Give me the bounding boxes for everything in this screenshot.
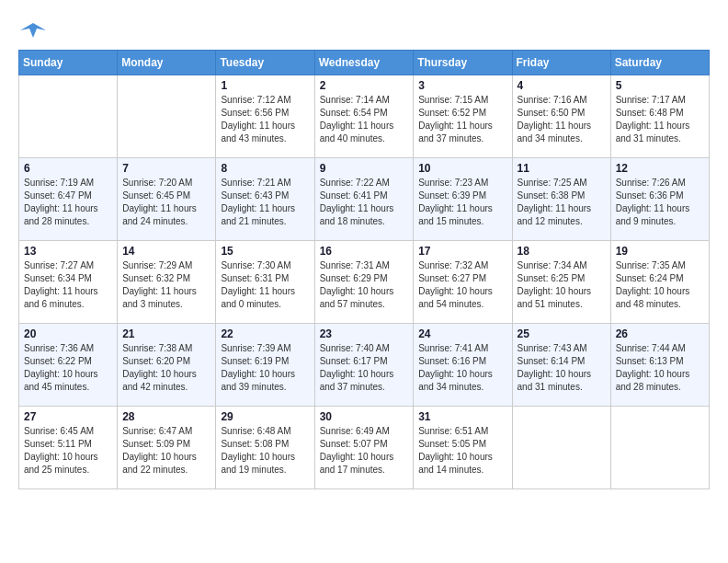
calendar-cell: 6Sunrise: 7:19 AM Sunset: 6:47 PM Daylig… xyxy=(19,158,118,241)
day-info: Sunrise: 7:21 AM Sunset: 6:43 PM Dayligh… xyxy=(221,177,309,228)
day-of-week-header: Sunday xyxy=(19,51,118,75)
calendar-cell: 24Sunrise: 7:41 AM Sunset: 6:16 PM Dayli… xyxy=(414,324,512,407)
day-number: 24 xyxy=(418,327,506,340)
calendar-cell: 27Sunrise: 6:45 AM Sunset: 5:11 PM Dayli… xyxy=(19,407,118,489)
day-number: 26 xyxy=(616,327,704,340)
day-info: Sunrise: 7:15 AM Sunset: 6:52 PM Dayligh… xyxy=(418,94,506,145)
calendar-week-row: 27Sunrise: 6:45 AM Sunset: 5:11 PM Dayli… xyxy=(19,407,710,489)
calendar-cell: 18Sunrise: 7:34 AM Sunset: 6:25 PM Dayli… xyxy=(512,241,610,324)
day-info: Sunrise: 7:14 AM Sunset: 6:54 PM Dayligh… xyxy=(320,94,409,145)
day-number: 19 xyxy=(616,245,704,258)
calendar-cell: 30Sunrise: 6:49 AM Sunset: 5:07 PM Dayli… xyxy=(314,407,414,489)
calendar-cell: 28Sunrise: 6:47 AM Sunset: 5:09 PM Dayli… xyxy=(118,407,216,489)
day-info: Sunrise: 7:35 AM Sunset: 6:24 PM Dayligh… xyxy=(616,259,704,311)
calendar-cell xyxy=(512,407,610,489)
calendar-cell: 15Sunrise: 7:30 AM Sunset: 6:31 PM Dayli… xyxy=(216,241,314,324)
day-info: Sunrise: 7:39 AM Sunset: 6:19 PM Dayligh… xyxy=(221,342,309,394)
calendar-cell: 7Sunrise: 7:20 AM Sunset: 6:45 PM Daylig… xyxy=(118,158,216,241)
day-of-week-header: Monday xyxy=(118,51,216,75)
calendar-cell: 2Sunrise: 7:14 AM Sunset: 6:54 PM Daylig… xyxy=(314,75,414,158)
day-number: 12 xyxy=(616,162,704,175)
calendar-cell: 22Sunrise: 7:39 AM Sunset: 6:19 PM Dayli… xyxy=(216,324,314,407)
day-number: 1 xyxy=(221,79,309,92)
calendar-cell: 14Sunrise: 7:29 AM Sunset: 6:32 PM Dayli… xyxy=(118,241,216,324)
day-number: 25 xyxy=(518,327,606,340)
calendar-cell: 8Sunrise: 7:21 AM Sunset: 6:43 PM Daylig… xyxy=(216,158,314,241)
day-number: 30 xyxy=(320,410,409,423)
day-info: Sunrise: 7:43 AM Sunset: 6:14 PM Dayligh… xyxy=(518,342,606,394)
day-of-week-header: Tuesday xyxy=(216,51,314,75)
day-number: 27 xyxy=(24,410,112,423)
day-number: 11 xyxy=(518,162,606,175)
day-number: 10 xyxy=(418,162,506,175)
day-number: 29 xyxy=(221,410,309,423)
calendar-table: SundayMondayTuesdayWednesdayThursdayFrid… xyxy=(18,50,710,489)
day-info: Sunrise: 7:31 AM Sunset: 6:29 PM Dayligh… xyxy=(320,259,409,311)
day-number: 28 xyxy=(122,410,210,423)
day-of-week-header: Friday xyxy=(512,51,610,75)
day-number: 20 xyxy=(24,327,112,340)
calendar-cell: 19Sunrise: 7:35 AM Sunset: 6:24 PM Dayli… xyxy=(610,241,709,324)
day-number: 17 xyxy=(418,245,506,258)
calendar-cell: 5Sunrise: 7:17 AM Sunset: 6:48 PM Daylig… xyxy=(610,75,709,158)
calendar-week-row: 20Sunrise: 7:36 AM Sunset: 6:22 PM Dayli… xyxy=(19,324,710,407)
day-info: Sunrise: 6:45 AM Sunset: 5:11 PM Dayligh… xyxy=(24,425,112,477)
calendar-cell: 25Sunrise: 7:43 AM Sunset: 6:14 PM Dayli… xyxy=(512,324,610,407)
day-number: 15 xyxy=(221,245,309,258)
day-number: 5 xyxy=(616,79,704,92)
day-number: 4 xyxy=(518,79,606,92)
calendar-cell: 11Sunrise: 7:25 AM Sunset: 6:38 PM Dayli… xyxy=(512,158,610,241)
day-info: Sunrise: 7:12 AM Sunset: 6:56 PM Dayligh… xyxy=(221,94,309,145)
calendar-cell: 26Sunrise: 7:44 AM Sunset: 6:13 PM Dayli… xyxy=(610,324,709,407)
day-info: Sunrise: 7:23 AM Sunset: 6:39 PM Dayligh… xyxy=(418,177,506,228)
calendar-cell xyxy=(19,75,118,158)
day-info: Sunrise: 7:30 AM Sunset: 6:31 PM Dayligh… xyxy=(221,259,309,311)
calendar-cell: 29Sunrise: 6:48 AM Sunset: 5:08 PM Dayli… xyxy=(216,407,314,489)
calendar-cell: 1Sunrise: 7:12 AM Sunset: 6:56 PM Daylig… xyxy=(216,75,314,158)
day-info: Sunrise: 7:36 AM Sunset: 6:22 PM Dayligh… xyxy=(24,342,112,394)
day-info: Sunrise: 7:34 AM Sunset: 6:25 PM Dayligh… xyxy=(518,259,606,311)
calendar-cell: 16Sunrise: 7:31 AM Sunset: 6:29 PM Dayli… xyxy=(314,241,414,324)
logo xyxy=(18,18,46,40)
calendar-week-row: 13Sunrise: 7:27 AM Sunset: 6:34 PM Dayli… xyxy=(19,241,710,324)
day-number: 3 xyxy=(418,79,506,92)
calendar-cell: 9Sunrise: 7:22 AM Sunset: 6:41 PM Daylig… xyxy=(314,158,414,241)
calendar-cell: 20Sunrise: 7:36 AM Sunset: 6:22 PM Dayli… xyxy=(19,324,118,407)
day-number: 13 xyxy=(24,245,112,258)
day-info: Sunrise: 7:44 AM Sunset: 6:13 PM Dayligh… xyxy=(616,342,704,394)
calendar-cell: 13Sunrise: 7:27 AM Sunset: 6:34 PM Dayli… xyxy=(19,241,118,324)
day-of-week-header: Wednesday xyxy=(314,51,414,75)
day-info: Sunrise: 6:51 AM Sunset: 5:05 PM Dayligh… xyxy=(418,425,506,477)
calendar-cell: 17Sunrise: 7:32 AM Sunset: 6:27 PM Dayli… xyxy=(414,241,512,324)
day-number: 6 xyxy=(24,162,112,175)
calendar-cell: 3Sunrise: 7:15 AM Sunset: 6:52 PM Daylig… xyxy=(414,75,512,158)
day-number: 18 xyxy=(518,245,606,258)
day-number: 22 xyxy=(221,327,309,340)
day-number: 9 xyxy=(320,162,409,175)
day-info: Sunrise: 7:16 AM Sunset: 6:50 PM Dayligh… xyxy=(518,94,606,145)
day-number: 31 xyxy=(418,410,506,423)
day-of-week-header: Saturday xyxy=(610,51,709,75)
day-info: Sunrise: 6:48 AM Sunset: 5:08 PM Dayligh… xyxy=(221,425,309,477)
day-info: Sunrise: 7:32 AM Sunset: 6:27 PM Dayligh… xyxy=(418,259,506,311)
day-number: 8 xyxy=(221,162,309,175)
calendar-cell: 12Sunrise: 7:26 AM Sunset: 6:36 PM Dayli… xyxy=(610,158,709,241)
day-info: Sunrise: 7:20 AM Sunset: 6:45 PM Dayligh… xyxy=(122,177,210,228)
calendar-body: 1Sunrise: 7:12 AM Sunset: 6:56 PM Daylig… xyxy=(19,75,710,489)
day-number: 14 xyxy=(122,245,210,258)
calendar-week-row: 6Sunrise: 7:19 AM Sunset: 6:47 PM Daylig… xyxy=(19,158,710,241)
day-info: Sunrise: 7:26 AM Sunset: 6:36 PM Dayligh… xyxy=(616,177,704,228)
calendar-cell xyxy=(610,407,709,489)
calendar-cell: 4Sunrise: 7:16 AM Sunset: 6:50 PM Daylig… xyxy=(512,75,610,158)
calendar-cell xyxy=(118,75,216,158)
calendar-week-row: 1Sunrise: 7:12 AM Sunset: 6:56 PM Daylig… xyxy=(19,75,710,158)
day-number: 7 xyxy=(122,162,210,175)
svg-marker-0 xyxy=(20,23,46,38)
day-info: Sunrise: 7:29 AM Sunset: 6:32 PM Dayligh… xyxy=(122,259,210,311)
day-info: Sunrise: 7:38 AM Sunset: 6:20 PM Dayligh… xyxy=(122,342,210,394)
logo-bird-icon xyxy=(20,21,46,40)
logo-text xyxy=(18,18,46,40)
day-number: 23 xyxy=(320,327,409,340)
day-info: Sunrise: 7:17 AM Sunset: 6:48 PM Dayligh… xyxy=(616,94,704,145)
day-info: Sunrise: 7:40 AM Sunset: 6:17 PM Dayligh… xyxy=(320,342,409,394)
